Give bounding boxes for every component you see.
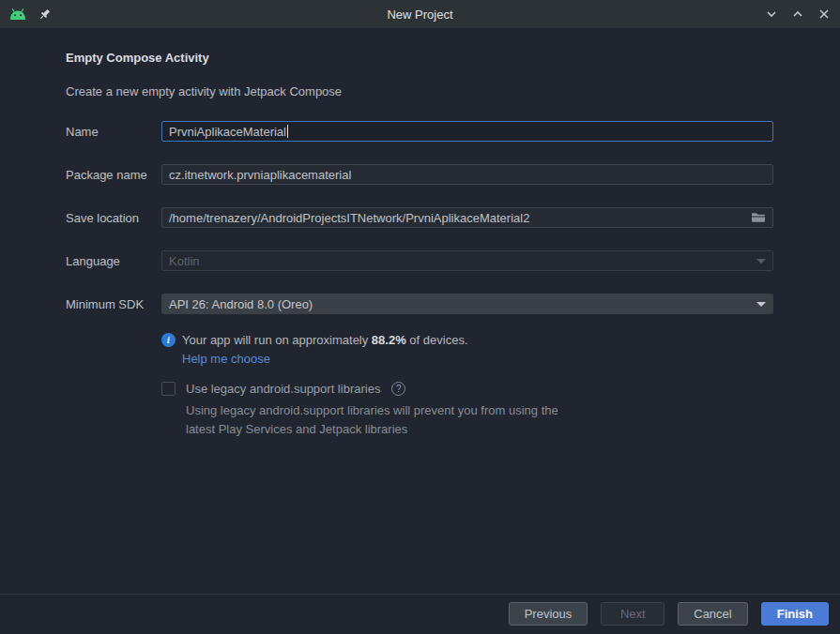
window-title: New Project [0, 8, 840, 22]
form-row-package-name: Package name cz.itnetwork.prvniaplikacem… [66, 164, 773, 185]
previous-button[interactable]: Previous [509, 602, 588, 626]
sdk-coverage-text: Your app will run on approximately 88.2%… [182, 333, 468, 347]
chevron-down-icon [756, 259, 766, 264]
wizard-content: Empty Compose Activity Create a new empt… [0, 28, 840, 594]
form-row-name: Name PrvniAplikaceMaterial [66, 121, 773, 142]
minimum-sdk-dropdown-value: API 26: Android 8.0 (Oreo) [169, 297, 313, 311]
name-input[interactable]: PrvniAplikaceMaterial [161, 121, 773, 142]
legacy-libraries-section: Use legacy android.support libraries ? U… [161, 382, 773, 439]
android-icon [8, 7, 28, 22]
form-row-save-location: Save location /home/trenazery/AndroidPro… [66, 207, 773, 228]
package-name-input[interactable]: cz.itnetwork.prvniaplikacematerial [161, 164, 773, 185]
language-dropdown: Kotlin [161, 250, 773, 271]
legacy-libraries-description: Using legacy android.support libraries w… [186, 401, 773, 439]
folder-icon[interactable] [751, 212, 766, 223]
save-location-input[interactable]: /home/trenazery/AndroidProjectsITNetwork… [161, 207, 773, 228]
form-row-minimum-sdk: Minimum SDK API 26: Android 8.0 (Oreo) [66, 294, 773, 314]
info-icon: i [161, 333, 176, 347]
help-me-choose-link[interactable]: Help me choose [182, 352, 270, 366]
name-input-value: PrvniAplikaceMaterial [169, 125, 286, 139]
cancel-button[interactable]: Cancel [678, 602, 747, 626]
wizard-footer: Previous Next Cancel Finish [0, 594, 840, 634]
language-label: Language [66, 254, 161, 268]
sdk-coverage-info: i Your app will run on approximately 88.… [161, 333, 773, 366]
save-location-label: Save location [66, 211, 161, 225]
finish-button[interactable]: Finish [761, 602, 829, 626]
text-caret [287, 125, 288, 138]
legacy-libraries-label: Use legacy android.support libraries [186, 382, 380, 396]
sdk-coverage-percent: 88.2% [372, 333, 406, 347]
legacy-libraries-checkbox [161, 382, 176, 396]
name-label: Name [66, 125, 161, 139]
minimum-sdk-dropdown[interactable]: API 26: Android 8.0 (Oreo) [161, 294, 773, 314]
minimum-sdk-label: Minimum SDK [66, 297, 161, 311]
page-subtitle: Create a new empty activity with Jetpack… [66, 84, 773, 98]
form-row-language: Language Kotlin [66, 250, 773, 271]
titlebar: New Project [0, 0, 840, 28]
next-button: Next [601, 602, 664, 626]
help-icon[interactable]: ? [391, 382, 405, 396]
save-location-input-value: /home/trenazery/AndroidProjectsITNetwork… [169, 211, 529, 225]
maximize-icon[interactable] [791, 8, 804, 21]
package-name-input-value: cz.itnetwork.prvniaplikacematerial [169, 168, 351, 182]
language-dropdown-value: Kotlin [169, 254, 200, 268]
close-icon[interactable] [817, 8, 831, 21]
chevron-down-icon [756, 302, 766, 307]
minimize-icon[interactable] [765, 8, 778, 21]
package-name-label: Package name [66, 168, 161, 182]
pin-icon[interactable] [38, 8, 52, 22]
page-title: Empty Compose Activity [66, 51, 773, 65]
